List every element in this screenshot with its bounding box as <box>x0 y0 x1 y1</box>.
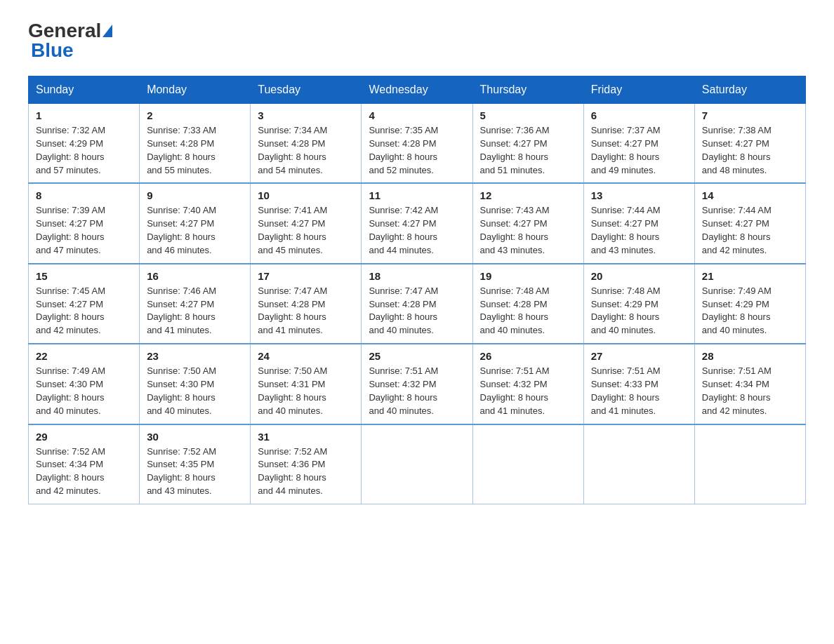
day-info: Sunrise: 7:52 AMSunset: 4:35 PMDaylight:… <box>147 446 216 497</box>
calendar-cell: 8 Sunrise: 7:39 AMSunset: 4:27 PMDayligh… <box>29 183 140 263</box>
calendar-cell: 18 Sunrise: 7:47 AMSunset: 4:28 PMDaylig… <box>362 264 472 344</box>
calendar-cell: 12 Sunrise: 7:43 AMSunset: 4:27 PMDaylig… <box>472 183 583 263</box>
calendar-cell: 15 Sunrise: 7:45 AMSunset: 4:27 PMDaylig… <box>29 264 140 344</box>
week-row-4: 22 Sunrise: 7:49 AMSunset: 4:30 PMDaylig… <box>29 344 806 424</box>
day-number: 23 <box>147 350 243 362</box>
day-info: Sunrise: 7:37 AMSunset: 4:27 PMDaylight:… <box>591 125 661 175</box>
calendar-cell: 31 Sunrise: 7:52 AMSunset: 4:36 PMDaylig… <box>251 424 362 504</box>
day-info: Sunrise: 7:50 AMSunset: 4:31 PMDaylight:… <box>258 365 327 416</box>
calendar-cell: 30 Sunrise: 7:52 AMSunset: 4:35 PMDaylig… <box>140 424 251 504</box>
day-info: Sunrise: 7:52 AMSunset: 4:36 PMDaylight:… <box>258 446 327 497</box>
week-row-5: 29 Sunrise: 7:52 AMSunset: 4:34 PMDaylig… <box>29 424 806 504</box>
logo-triangle-icon <box>102 25 112 37</box>
day-number: 6 <box>591 109 687 121</box>
day-info: Sunrise: 7:39 AMSunset: 4:27 PMDaylight:… <box>36 205 105 255</box>
calendar-cell: 21 Sunrise: 7:49 AMSunset: 4:29 PMDaylig… <box>694 264 805 344</box>
calendar-cell: 22 Sunrise: 7:49 AMSunset: 4:30 PMDaylig… <box>29 344 140 424</box>
calendar-cell: 20 Sunrise: 7:48 AMSunset: 4:29 PMDaylig… <box>583 264 694 344</box>
weekday-header-thursday: Thursday <box>472 76 583 104</box>
day-info: Sunrise: 7:50 AMSunset: 4:30 PMDaylight:… <box>147 365 216 416</box>
day-number: 8 <box>36 189 132 201</box>
day-number: 30 <box>147 431 243 443</box>
day-info: Sunrise: 7:32 AMSunset: 4:29 PMDaylight:… <box>36 125 105 175</box>
day-info: Sunrise: 7:51 AMSunset: 4:33 PMDaylight:… <box>591 365 661 416</box>
calendar-cell: 29 Sunrise: 7:52 AMSunset: 4:34 PMDaylig… <box>29 424 140 504</box>
weekday-header-wednesday: Wednesday <box>362 76 472 104</box>
calendar-cell <box>583 424 694 504</box>
weekday-header-sunday: Sunday <box>29 76 140 104</box>
day-info: Sunrise: 7:40 AMSunset: 4:27 PMDaylight:… <box>147 205 216 255</box>
day-number: 25 <box>369 350 465 362</box>
logo-blue: Blue <box>28 39 74 62</box>
day-info: Sunrise: 7:44 AMSunset: 4:27 PMDaylight:… <box>591 205 661 255</box>
day-number: 20 <box>591 270 687 282</box>
day-number: 26 <box>480 350 576 362</box>
day-number: 15 <box>36 270 132 282</box>
calendar-cell: 16 Sunrise: 7:46 AMSunset: 4:27 PMDaylig… <box>140 264 251 344</box>
calendar-cell: 17 Sunrise: 7:47 AMSunset: 4:28 PMDaylig… <box>251 264 362 344</box>
calendar-cell: 7 Sunrise: 7:38 AMSunset: 4:27 PMDayligh… <box>694 104 805 184</box>
day-info: Sunrise: 7:48 AMSunset: 4:28 PMDaylight:… <box>480 286 550 336</box>
day-info: Sunrise: 7:42 AMSunset: 4:27 PMDaylight:… <box>369 205 438 255</box>
day-info: Sunrise: 7:38 AMSunset: 4:27 PMDaylight:… <box>702 125 772 175</box>
calendar-table: SundayMondayTuesdayWednesdayThursdayFrid… <box>28 76 806 504</box>
weekday-header-friday: Friday <box>583 76 694 104</box>
calendar-cell: 2 Sunrise: 7:33 AMSunset: 4:28 PMDayligh… <box>140 104 251 184</box>
week-row-3: 15 Sunrise: 7:45 AMSunset: 4:27 PMDaylig… <box>29 264 806 344</box>
weekday-header-saturday: Saturday <box>694 76 805 104</box>
weekday-header-row: SundayMondayTuesdayWednesdayThursdayFrid… <box>29 76 806 104</box>
day-number: 2 <box>147 109 243 121</box>
calendar-cell: 1 Sunrise: 7:32 AMSunset: 4:29 PMDayligh… <box>29 104 140 184</box>
calendar-cell: 9 Sunrise: 7:40 AMSunset: 4:27 PMDayligh… <box>140 183 251 263</box>
day-info: Sunrise: 7:49 AMSunset: 4:30 PMDaylight:… <box>36 365 105 416</box>
day-number: 21 <box>702 270 798 282</box>
day-info: Sunrise: 7:51 AMSunset: 4:32 PMDaylight:… <box>480 365 550 416</box>
day-number: 18 <box>369 270 465 282</box>
day-number: 14 <box>702 189 798 201</box>
calendar-cell <box>362 424 472 504</box>
day-info: Sunrise: 7:35 AMSunset: 4:28 PMDaylight:… <box>369 125 438 175</box>
calendar-cell: 11 Sunrise: 7:42 AMSunset: 4:27 PMDaylig… <box>362 183 472 263</box>
day-number: 27 <box>591 350 687 362</box>
calendar-cell: 13 Sunrise: 7:44 AMSunset: 4:27 PMDaylig… <box>583 183 694 263</box>
calendar-cell: 27 Sunrise: 7:51 AMSunset: 4:33 PMDaylig… <box>583 344 694 424</box>
day-info: Sunrise: 7:47 AMSunset: 4:28 PMDaylight:… <box>258 286 327 336</box>
week-row-2: 8 Sunrise: 7:39 AMSunset: 4:27 PMDayligh… <box>29 183 806 263</box>
day-info: Sunrise: 7:41 AMSunset: 4:27 PMDaylight:… <box>258 205 327 255</box>
calendar-cell: 4 Sunrise: 7:35 AMSunset: 4:28 PMDayligh… <box>362 104 472 184</box>
calendar-cell: 28 Sunrise: 7:51 AMSunset: 4:34 PMDaylig… <box>694 344 805 424</box>
day-number: 16 <box>147 270 243 282</box>
day-number: 5 <box>480 109 576 121</box>
calendar-cell: 23 Sunrise: 7:50 AMSunset: 4:30 PMDaylig… <box>140 344 251 424</box>
day-number: 22 <box>36 350 132 362</box>
weekday-header-monday: Monday <box>140 76 251 104</box>
day-number: 17 <box>258 270 354 282</box>
calendar-cell: 26 Sunrise: 7:51 AMSunset: 4:32 PMDaylig… <box>472 344 583 424</box>
day-info: Sunrise: 7:46 AMSunset: 4:27 PMDaylight:… <box>147 286 216 336</box>
day-info: Sunrise: 7:48 AMSunset: 4:29 PMDaylight:… <box>591 286 661 336</box>
day-number: 9 <box>147 189 243 201</box>
day-info: Sunrise: 7:52 AMSunset: 4:34 PMDaylight:… <box>36 446 105 497</box>
day-number: 3 <box>258 109 354 121</box>
page-header: General Blue <box>28 21 806 62</box>
day-number: 4 <box>369 109 465 121</box>
day-info: Sunrise: 7:36 AMSunset: 4:27 PMDaylight:… <box>480 125 550 175</box>
day-number: 28 <box>702 350 798 362</box>
logo-general: General <box>28 21 101 41</box>
day-info: Sunrise: 7:49 AMSunset: 4:29 PMDaylight:… <box>702 286 772 336</box>
logo: General Blue <box>28 21 112 62</box>
day-info: Sunrise: 7:47 AMSunset: 4:28 PMDaylight:… <box>369 286 438 336</box>
day-info: Sunrise: 7:44 AMSunset: 4:27 PMDaylight:… <box>702 205 772 255</box>
day-info: Sunrise: 7:45 AMSunset: 4:27 PMDaylight:… <box>36 286 105 336</box>
day-info: Sunrise: 7:43 AMSunset: 4:27 PMDaylight:… <box>480 205 550 255</box>
day-info: Sunrise: 7:51 AMSunset: 4:34 PMDaylight:… <box>702 365 772 416</box>
day-info: Sunrise: 7:51 AMSunset: 4:32 PMDaylight:… <box>369 365 438 416</box>
day-number: 10 <box>258 189 354 201</box>
calendar-cell <box>472 424 583 504</box>
day-number: 1 <box>36 109 132 121</box>
calendar-cell: 25 Sunrise: 7:51 AMSunset: 4:32 PMDaylig… <box>362 344 472 424</box>
day-number: 19 <box>480 270 576 282</box>
day-info: Sunrise: 7:33 AMSunset: 4:28 PMDaylight:… <box>147 125 216 175</box>
calendar-cell: 10 Sunrise: 7:41 AMSunset: 4:27 PMDaylig… <box>251 183 362 263</box>
day-info: Sunrise: 7:34 AMSunset: 4:28 PMDaylight:… <box>258 125 327 175</box>
